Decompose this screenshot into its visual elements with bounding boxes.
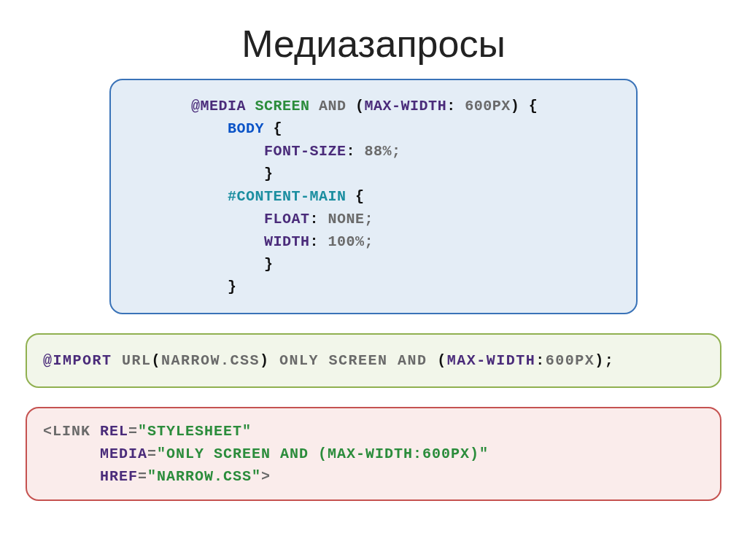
- code-box-media-query: @MEDIA SCREEN AND (MAX-WIDTH: 600PX) { B…: [109, 79, 638, 314]
- code-token: =: [138, 468, 147, 485]
- code-token: MAX-WIDTH: [447, 352, 536, 369]
- code-token: ): [595, 352, 605, 369]
- code-token: }: [228, 279, 237, 295]
- slide: Медиазапросы @MEDIA SCREEN AND (MAX-WIDT…: [0, 0, 747, 560]
- code-token: ): [260, 352, 270, 369]
- code-token: =: [147, 446, 157, 462]
- code-token: [43, 446, 100, 462]
- code-token: [43, 468, 100, 485]
- code-token: =: [128, 423, 138, 440]
- code-token: AND: [319, 98, 347, 114]
- code-token: :: [535, 352, 546, 369]
- code-token: 100%;: [319, 233, 374, 250]
- slide-title: Медиазапросы: [26, 22, 721, 66]
- code-token: [90, 423, 100, 440]
- code-token: ): [511, 98, 520, 114]
- code-token: :: [310, 233, 320, 250]
- code-token: :: [347, 143, 356, 160]
- code-token: (: [355, 98, 365, 114]
- code-token: "STYLESHEET": [138, 423, 252, 440]
- code-token: {: [347, 188, 365, 205]
- code-token: "NARROW.CSS": [147, 468, 261, 485]
- code-token: @MEDIA: [191, 98, 246, 114]
- code-token: FONT-SIZE: [264, 143, 347, 160]
- code-token: }: [264, 256, 274, 273]
- code-token: LINK: [53, 423, 90, 440]
- code-token: (: [152, 352, 162, 369]
- code-token: :: [310, 211, 320, 228]
- code-token: <: [43, 423, 53, 440]
- code-token: BODY: [228, 120, 264, 137]
- code-token: NARROW.CSS: [161, 352, 260, 369]
- code-token: MAX-WIDTH: [365, 98, 447, 114]
- code-token: 88%;: [355, 143, 401, 160]
- code-box-import: @IMPORT URL(NARROW.CSS) ONLY SCREEN AND …: [26, 333, 721, 388]
- code-token: @IMPORT: [43, 352, 112, 369]
- code-token: (: [437, 352, 447, 369]
- code-token: >: [261, 468, 271, 485]
- code-token: :: [446, 98, 456, 114]
- code-token: HREF: [100, 468, 138, 485]
- code-token: {: [519, 98, 538, 114]
- code-token: SCREEN: [255, 98, 310, 114]
- code-token: {: [264, 120, 282, 137]
- code-token: FLOAT: [264, 211, 310, 228]
- code-token: NONE;: [319, 211, 374, 228]
- code-token: REL: [100, 423, 128, 440]
- code-token: 600PX: [546, 352, 595, 369]
- code-token: WIDTH: [264, 233, 310, 250]
- code-token: MEDIA: [100, 446, 147, 462]
- code-token: #CONTENT-MAIN: [228, 188, 347, 205]
- code-token: URL: [112, 352, 152, 369]
- code-token: ;: [605, 352, 615, 369]
- code-token: }: [264, 166, 274, 182]
- code-token: ONLY SCREEN AND: [270, 352, 438, 369]
- code-box-link-tag: <LINK REL="STYLESHEET" MEDIA="ONLY SCREE…: [26, 407, 721, 501]
- code-token: "ONLY SCREEN AND (MAX-WIDTH:600PX)": [157, 446, 489, 462]
- code-token: 600PX: [456, 98, 511, 114]
